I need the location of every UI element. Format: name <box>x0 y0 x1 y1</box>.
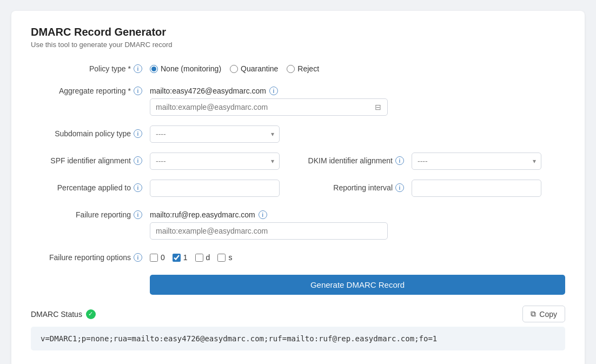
aggregate-reporting-label: Aggregate reporting * i <box>31 83 150 95</box>
aggregate-reporting-row: Aggregate reporting * i mailto:easy4726@… <box>31 83 565 116</box>
failure-option-0-checkbox[interactable] <box>150 254 158 262</box>
dkim-alignment-col: DKIM identifier alignment i ---- Relaxed… <box>298 153 565 170</box>
subdomain-policy-field: ---- None Quarantine Reject ▾ <box>150 125 565 143</box>
policy-type-label: Policy type * i <box>31 61 150 73</box>
spf-alignment-field: ---- Relaxed Strict ▾ <box>150 153 298 170</box>
failure-options-info-icon[interactable]: i <box>134 253 142 262</box>
percentage-label: Percentage applied to i <box>31 180 150 192</box>
policy-type-radio-group: None (monitoring) Quarantine Reject <box>150 61 565 73</box>
copy-button[interactable]: ⧉ Copy <box>522 306 565 322</box>
failure-option-1[interactable]: 1 <box>173 253 188 262</box>
failure-reporting-info-icon[interactable]: i <box>134 210 142 219</box>
generate-btn-field: Generate DMARC Record <box>150 272 565 295</box>
subdomain-policy-label: Subdomain policy type i <box>31 125 150 138</box>
reporting-interval-field <box>412 180 565 197</box>
dkim-alignment-label: DKIM identifier alignment i <box>298 153 412 165</box>
failure-option-d[interactable]: d <box>195 253 210 262</box>
page-title: DMARC Record Generator <box>31 26 565 38</box>
dkim-alignment-info-icon[interactable]: i <box>395 156 404 165</box>
failure-option-0[interactable]: 0 <box>150 253 165 262</box>
aggregate-reporting-value: mailto:easy4726@easydmarc.com i <box>150 83 565 95</box>
copy-icon: ⧉ <box>531 309 536 319</box>
subdomain-policy-select-wrapper: ---- None Quarantine Reject ▾ <box>150 125 280 143</box>
failure-reporting-field: mailto:ruf@rep.easydmarc.com i <box>150 207 565 240</box>
reporting-interval-input[interactable] <box>412 180 541 197</box>
failure-reporting-value-info-icon[interactable]: i <box>259 210 267 219</box>
generate-btn-row: Generate DMARC Record <box>31 272 565 295</box>
aggregate-reporting-input[interactable] <box>150 98 388 116</box>
dmarc-result-box: v=DMARC1;p=none;rua=mailto:easy4726@easy… <box>31 327 565 350</box>
page-subtitle: Use this tool to generate your DMARC rec… <box>31 41 565 49</box>
status-indicator: ✓ <box>86 309 96 319</box>
dkim-alignment-select[interactable]: ---- Relaxed Strict <box>412 153 541 170</box>
failure-option-s-checkbox[interactable] <box>217 254 226 262</box>
percentage-field <box>150 180 298 197</box>
spf-alignment-info-icon[interactable]: i <box>134 156 142 165</box>
aggregate-reporting-clear-btn[interactable]: ⊟ <box>373 102 383 112</box>
percentage-interval-row: Percentage applied to i Reporting interv… <box>31 180 565 197</box>
aggregate-reporting-field: mailto:easy4726@easydmarc.com i ⊟ <box>150 83 565 116</box>
policy-quarantine-option[interactable]: Quarantine <box>230 64 278 73</box>
subdomain-policy-info-icon[interactable]: i <box>134 129 142 138</box>
aggregate-reporting-input-wrapper: ⊟ <box>150 98 388 116</box>
failure-reporting-input-wrapper <box>150 222 388 240</box>
policy-type-row: Policy type * i None (monitoring) Quaran… <box>31 61 565 73</box>
aggregate-reporting-info-icon[interactable]: i <box>134 87 142 95</box>
failure-options-checkbox-group: 0 1 d s <box>150 249 565 262</box>
percentage-input[interactable] <box>150 180 280 197</box>
policy-none-option[interactable]: None (monitoring) <box>150 64 221 73</box>
policy-type-field: None (monitoring) Quarantine Reject <box>150 61 565 73</box>
subdomain-policy-select[interactable]: ---- None Quarantine Reject <box>150 125 280 143</box>
status-row: DMARC Status ✓ ⧉ Copy <box>31 306 565 322</box>
alignment-row: SPF identifier alignment i ---- Relaxed … <box>31 153 565 170</box>
failure-option-1-checkbox[interactable] <box>173 254 181 262</box>
spf-alignment-col: SPF identifier alignment i ---- Relaxed … <box>31 153 298 170</box>
failure-reporting-label: Failure reporting i <box>31 207 150 219</box>
failure-reporting-input[interactable] <box>150 222 388 240</box>
failure-options-field: 0 1 d s <box>150 249 565 262</box>
dmarc-status-label: DMARC Status ✓ <box>31 309 96 319</box>
policy-quarantine-radio[interactable] <box>230 65 238 73</box>
generate-btn[interactable]: Generate DMARC Record <box>150 275 565 295</box>
aggregate-value-info-icon[interactable]: i <box>269 87 278 95</box>
failure-options-row: Failure reporting options i 0 1 d <box>31 249 565 262</box>
failure-reporting-value: mailto:ruf@rep.easydmarc.com i <box>150 207 565 219</box>
reporting-interval-col: Reporting interval i <box>298 180 565 197</box>
main-card: DMARC Record Generator Use this tool to … <box>11 11 585 364</box>
subdomain-policy-row: Subdomain policy type i ---- None Quaran… <box>31 125 565 143</box>
failure-option-d-checkbox[interactable] <box>195 254 203 262</box>
reporting-interval-info-icon[interactable]: i <box>395 183 404 192</box>
policy-reject-radio[interactable] <box>287 65 295 73</box>
failure-options-label: Failure reporting options i <box>31 249 150 262</box>
failure-option-s[interactable]: s <box>217 253 232 262</box>
policy-none-radio[interactable] <box>150 65 158 73</box>
spf-alignment-label: SPF identifier alignment i <box>31 153 150 165</box>
spf-alignment-select-wrapper: ---- Relaxed Strict ▾ <box>150 153 280 170</box>
dkim-alignment-select-wrapper: ---- Relaxed Strict ▾ <box>412 153 541 170</box>
percentage-info-icon[interactable]: i <box>134 183 142 192</box>
policy-reject-option[interactable]: Reject <box>287 64 319 73</box>
dkim-alignment-field: ---- Relaxed Strict ▾ <box>412 153 565 170</box>
percentage-col: Percentage applied to i <box>31 180 298 197</box>
failure-reporting-row: Failure reporting i mailto:ruf@rep.easyd… <box>31 207 565 240</box>
spf-alignment-select[interactable]: ---- Relaxed Strict <box>150 153 280 170</box>
reporting-interval-label: Reporting interval i <box>298 180 412 192</box>
generate-btn-spacer <box>31 272 150 275</box>
policy-type-info-icon[interactable]: i <box>134 64 142 73</box>
